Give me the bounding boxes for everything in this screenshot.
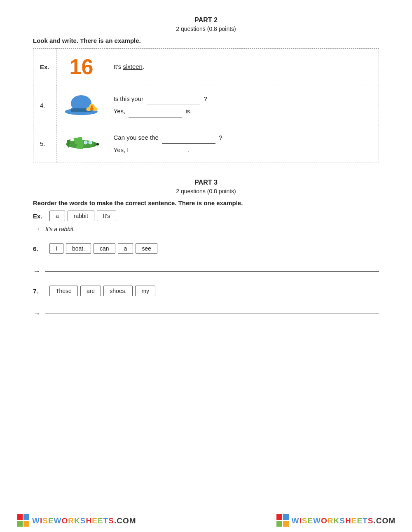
svg-rect-24 [283,521,289,527]
example-label: Ex. [33,213,49,220]
table-row: 4. [33,85,379,125]
svg-rect-18 [23,514,29,520]
arrow-6: → [33,267,41,276]
example-answer-row: → It's a rabbit. [33,225,379,233]
blank-5-1 [162,143,215,144]
footer-brand-right: WISEWORKSHEETS.COM [276,514,396,528]
word-box-I: I [49,243,63,254]
question7-row: 7. These are shoes. my [33,286,379,296]
example-row: Ex. a rabbit It's [33,211,379,221]
part2-section: PART 2 2 questions (0.8 points) Look and… [33,16,379,162]
blank-5-2 [132,156,186,156]
part3-section: PART 3 2 questions (0.8 points) Reorder … [33,179,379,318]
part3-title: PART 3 [33,179,379,186]
q7-label: 7. [33,288,49,295]
question6-row: 6. I boat. can a see [33,243,379,254]
word-box-boat: boat. [66,243,91,254]
part2-table: Ex. 16 It's sixteen. 4. [33,48,379,162]
svg-rect-19 [17,521,23,527]
row-image-4 [56,85,107,125]
footer-brand-text-right: WISEWORKSHEETS.COM [292,516,396,525]
page-content: PART 2 2 questions (0.8 points) Look and… [0,0,412,361]
answer-line-6 [45,271,379,272]
q6-answer-row: → [33,267,379,276]
part2-subtitle: 2 questions (0.8 points) [33,26,379,32]
arrow-ex: → [33,225,41,233]
blank-4-1 [147,105,200,105]
part2-title: PART 2 [33,16,379,24]
word-box-are: are [80,286,101,296]
footer-logo-icon-right [276,514,290,528]
arrow-7: → [33,309,41,318]
svg-point-7 [90,107,94,110]
part3-subtitle: 2 questions (0.8 points) [33,188,379,195]
number-16-display: 16 [63,54,100,79]
svg-rect-20 [23,521,29,527]
part3-instruction: Reorder the words to make the correct se… [33,199,379,206]
footer-brand-left: WISEWORKSHEETS.COM [16,514,136,528]
row-text-4: Is this your ? Yes, is. [107,85,379,125]
row-image-5 [56,125,107,162]
table-row: 5. [33,125,379,162]
row-image-ex: 16 [56,49,107,85]
svg-point-14 [84,141,87,144]
q6-label: 6. [33,245,49,252]
footer-logo-icon-left [16,514,30,528]
table-row: Ex. 16 It's sixteen. [33,49,379,85]
q7-answer-row: → [33,309,379,318]
word-box-these: These [49,286,78,296]
footer: WISEWORKSHEETS.COM WISEWORKSHEETS.COM [0,510,412,532]
example-answer-display: It's a rabbit. [45,226,75,232]
row-num-4: 4. [33,85,56,125]
word-box-rabbit: rabbit [68,211,94,221]
row-text-ex: It's sixteen. [107,49,379,85]
svg-rect-21 [276,514,282,520]
svg-point-16 [96,143,99,145]
blank-4-2 [129,117,182,117]
answer-line-ex [78,229,379,229]
word-box-its: It's [97,211,116,221]
word-box-a2: a [118,243,133,254]
word-box-shoes: shoes. [103,286,133,296]
svg-rect-22 [283,514,289,520]
svg-marker-13 [67,139,70,144]
word-box-my: my [135,286,155,296]
example-answer-text: sixteen [123,63,143,70]
svg-rect-23 [276,521,282,527]
word-box-see: see [136,243,157,254]
row-text-5: Can you see the ? Yes, I . [107,125,379,162]
svg-point-15 [89,141,92,144]
answer-line-7 [45,314,379,314]
row-num-ex: Ex. [33,49,56,85]
svg-rect-17 [17,514,23,520]
hat-icon [64,91,99,118]
part2-instruction: Look and write. There is an example. [33,37,379,44]
plane-icon [63,131,100,155]
word-box-can: can [94,243,115,254]
footer-brand-text-left: WISEWORKSHEETS.COM [32,516,136,525]
row-num-5: 5. [33,125,56,162]
word-box-a: a [49,211,65,221]
